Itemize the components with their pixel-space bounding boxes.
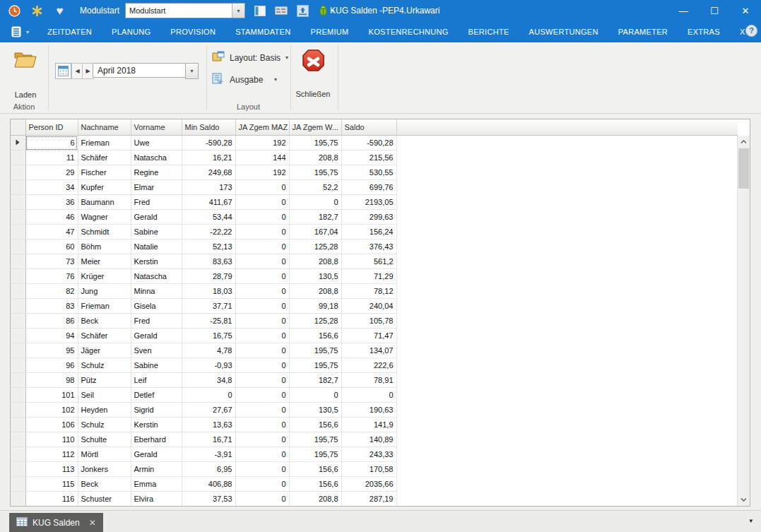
grid-cell[interactable]: Schulz (78, 358, 131, 373)
grid-cell[interactable]: 0 (235, 373, 289, 388)
grid-cell[interactable]: 71,29 (341, 269, 396, 284)
menu-item-provision[interactable]: PROVISION (170, 28, 216, 36)
column-header-vorname[interactable]: Vorname (131, 119, 182, 136)
grid-cell[interactable]: Natascha (131, 150, 182, 165)
menu-item-kostenrechnung[interactable]: KOSTENRECHNUNG (369, 28, 449, 36)
grid-cell[interactable]: Sigrid (131, 403, 182, 418)
calendar-button[interactable] (55, 63, 71, 79)
grid-cell[interactable]: 208,8 (289, 254, 341, 269)
grid-cell[interactable]: 86 (25, 314, 78, 329)
grid-cell[interactable]: -590,28 (341, 136, 396, 150)
grid-cell[interactable]: 116 (25, 492, 78, 507)
grid-cell[interactable]: Sabine (131, 225, 182, 240)
grid-cell[interactable]: Uwe (131, 136, 182, 150)
grid-cell[interactable]: 192 (235, 165, 289, 180)
grid-cell[interactable]: Gisela (131, 299, 182, 314)
row-selector[interactable] (11, 240, 25, 254)
grid-cell[interactable]: 243,33 (341, 447, 396, 462)
grid-cell[interactable]: 98 (25, 373, 78, 388)
grid-cell[interactable]: Frieman (78, 136, 131, 150)
grid-cell[interactable]: 208,8 (289, 492, 341, 507)
grid-cell[interactable]: Detlef (131, 388, 182, 403)
menu-item-stammdaten[interactable]: STAMMDATEN (235, 28, 290, 36)
minimize-button[interactable]: — (668, 0, 699, 21)
grid-cell[interactable]: Natalie (131, 240, 182, 254)
main-menu-icon[interactable]: ▾ (11, 26, 29, 37)
grid-cell[interactable]: 125,28 (289, 314, 341, 329)
modulstart-combobox[interactable]: Modulstart ▾ (125, 3, 245, 18)
grid-cell[interactable]: 195,75 (289, 447, 341, 462)
grid-cell[interactable]: 0 (235, 329, 289, 343)
grid-cell[interactable]: 37,71 (182, 299, 235, 314)
grid-cell[interactable]: 78,12 (341, 284, 396, 299)
grid-cell[interactable]: Sabine (131, 358, 182, 373)
grid-cell[interactable]: 240,04 (341, 299, 396, 314)
grid-cell[interactable]: 156,6 (289, 462, 341, 477)
grid-cell[interactable]: Minna (131, 284, 182, 299)
grid-cell[interactable]: 0 (235, 195, 289, 210)
grid-cell[interactable]: 27,67 (182, 403, 235, 418)
grid-cell[interactable]: Fischer (78, 165, 131, 180)
grid-cell[interactable]: 0 (235, 358, 289, 373)
grid-cell[interactable]: 2035,66 (341, 477, 396, 492)
menu-item-x[interactable]: X (740, 28, 745, 36)
maximize-button[interactable]: ☐ (699, 0, 730, 21)
grid-cell[interactable]: 71,47 (341, 329, 396, 343)
grid-cell[interactable]: 34 (25, 180, 78, 195)
grid-cell[interactable]: 53,44 (182, 210, 235, 225)
grid-cell[interactable]: Elvira (131, 492, 182, 507)
help-icon[interactable]: ? (745, 25, 757, 40)
grid-cell[interactable]: 96 (25, 358, 78, 373)
grid-cell[interactable]: 530,55 (341, 165, 396, 180)
grid-cell[interactable]: 0 (235, 225, 289, 240)
grid-cell[interactable]: 222,6 (341, 358, 396, 373)
grid-cell[interactable]: 0 (182, 388, 235, 403)
grid-cell[interactable]: -25,81 (182, 314, 235, 329)
grid-cell[interactable]: 99,18 (289, 299, 341, 314)
grid-cell[interactable]: 0 (289, 388, 341, 403)
column-header-person-id[interactable]: Person ID (25, 119, 78, 136)
grid-cell[interactable]: 0 (235, 269, 289, 284)
grid-cell[interactable]: 6,95 (182, 462, 235, 477)
column-header-nachname[interactable]: Nachname (78, 119, 131, 136)
grid-cell[interactable]: 110 (25, 432, 78, 447)
row-selector[interactable] (11, 447, 25, 462)
grid-cell[interactable]: 73 (25, 254, 78, 269)
row-selector[interactable] (11, 403, 25, 418)
scroll-up-icon[interactable] (738, 136, 750, 148)
grid-cell[interactable]: 287,19 (341, 492, 396, 507)
grid-cell[interactable]: Fred (131, 314, 182, 329)
clock-icon[interactable] (8, 5, 20, 17)
grid-cell[interactable]: 36 (25, 195, 78, 210)
grid-cell[interactable]: 112 (25, 447, 78, 462)
grid-cell[interactable]: 0 (235, 418, 289, 432)
grid-cell[interactable]: 249,68 (182, 165, 235, 180)
grid-cell[interactable]: 130,5 (289, 269, 341, 284)
grid-cell[interactable]: Gerald (131, 329, 182, 343)
grid-cell[interactable]: -590,28 (182, 136, 235, 150)
grid-cell[interactable]: 130,5 (289, 403, 341, 418)
grid-cell[interactable]: 208,8 (289, 150, 341, 165)
grid-cell[interactable]: Emma (131, 477, 182, 492)
grid-cell[interactable]: 195,75 (289, 136, 341, 150)
grid-cell[interactable]: 13,63 (182, 418, 235, 432)
row-selector[interactable] (11, 269, 25, 284)
column-header-saldo[interactable]: Saldo (341, 119, 396, 136)
row-selector[interactable] (11, 314, 25, 329)
grid-cell[interactable]: 29 (25, 165, 78, 180)
grid-cell[interactable]: 95 (25, 343, 78, 358)
current-row-indicator[interactable] (11, 136, 25, 150)
grid-cell[interactable]: Elmar (131, 180, 182, 195)
row-selector[interactable] (11, 150, 25, 165)
grid-cell[interactable]: Böhm (78, 240, 131, 254)
menu-item-premium[interactable]: PREMIUM (311, 28, 349, 36)
grid-cell[interactable]: 115 (25, 477, 78, 492)
tab-kug-salden[interactable]: KUG Salden ✕ (9, 513, 103, 532)
grid-cell[interactable]: 6 (25, 136, 78, 150)
grid-cell[interactable]: 156,6 (289, 477, 341, 492)
scroll-down-icon[interactable] (738, 494, 750, 506)
grid-cell[interactable]: 0 (235, 432, 289, 447)
grid-cell[interactable]: Regine (131, 165, 182, 180)
grid-cell[interactable]: Natascha (131, 269, 182, 284)
grid-cell[interactable]: Sven (131, 343, 182, 358)
